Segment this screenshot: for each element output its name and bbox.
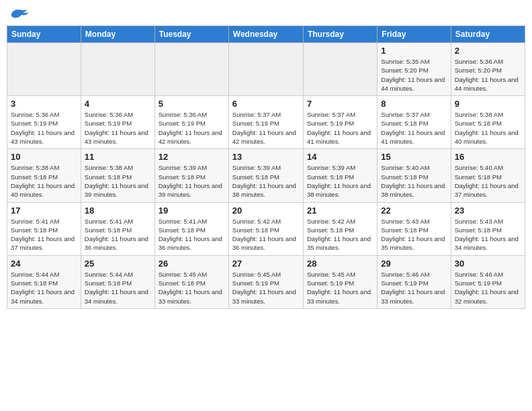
day-info: Sunrise: 5:42 AMSunset: 5:18 PMDaylight:… (307, 217, 373, 253)
day-number: 28 (307, 259, 373, 269)
day-info: Sunrise: 5:44 AMSunset: 5:18 PMDaylight:… (11, 270, 77, 306)
day-info: Sunrise: 5:46 AMSunset: 5:19 PMDaylight:… (381, 270, 447, 306)
day-info: Sunrise: 5:38 AMSunset: 5:18 PMDaylight:… (11, 163, 77, 199)
day-info: Sunrise: 5:39 AMSunset: 5:18 PMDaylight:… (307, 163, 373, 199)
day-number: 26 (159, 259, 225, 269)
day-info: Sunrise: 5:37 AMSunset: 5:18 PMDaylight:… (381, 110, 447, 146)
day-info: Sunrise: 5:36 AMSunset: 5:20 PMDaylight:… (455, 57, 521, 93)
day-info: Sunrise: 5:43 AMSunset: 5:18 PMDaylight:… (455, 217, 521, 253)
day-info: Sunrise: 5:41 AMSunset: 5:18 PMDaylight:… (11, 217, 77, 253)
calendar-cell: 29Sunrise: 5:46 AMSunset: 5:19 PMDayligh… (378, 255, 451, 308)
calendar-cell: 17Sunrise: 5:41 AMSunset: 5:18 PMDayligh… (7, 202, 81, 255)
calendar-week-row: 17Sunrise: 5:41 AMSunset: 5:18 PMDayligh… (7, 202, 525, 255)
calendar-cell (228, 43, 303, 96)
calendar-cell: 19Sunrise: 5:41 AMSunset: 5:18 PMDayligh… (154, 202, 228, 255)
calendar-cell: 12Sunrise: 5:39 AMSunset: 5:18 PMDayligh… (154, 149, 228, 202)
calendar-cell: 1Sunrise: 5:35 AMSunset: 5:20 PMDaylight… (378, 43, 451, 96)
logo (7, 7, 28, 20)
day-info: Sunrise: 5:42 AMSunset: 5:18 PMDaylight:… (232, 217, 300, 253)
calendar-cell (154, 43, 228, 96)
day-number: 3 (11, 99, 77, 109)
day-number: 27 (232, 259, 300, 269)
calendar-cell: 24Sunrise: 5:44 AMSunset: 5:18 PMDayligh… (7, 255, 81, 308)
day-info: Sunrise: 5:41 AMSunset: 5:18 PMDaylight:… (159, 217, 225, 253)
calendar-cell (81, 43, 154, 96)
calendar: SundayMondayTuesdayWednesdayThursdayFrid… (7, 26, 525, 309)
day-number: 7 (307, 99, 373, 109)
calendar-week-row: 3Sunrise: 5:36 AMSunset: 5:19 PMDaylight… (7, 96, 525, 149)
day-number: 12 (159, 152, 225, 162)
day-info: Sunrise: 5:38 AMSunset: 5:18 PMDaylight:… (85, 163, 151, 199)
calendar-cell: 30Sunrise: 5:46 AMSunset: 5:19 PMDayligh… (451, 255, 525, 308)
calendar-cell: 27Sunrise: 5:45 AMSunset: 5:19 PMDayligh… (228, 255, 303, 308)
calendar-cell: 6Sunrise: 5:37 AMSunset: 5:19 PMDaylight… (228, 96, 303, 149)
day-info: Sunrise: 5:37 AMSunset: 5:19 PMDaylight:… (307, 110, 373, 146)
day-info: Sunrise: 5:39 AMSunset: 5:18 PMDaylight:… (159, 163, 225, 199)
day-number: 23 (455, 205, 521, 216)
day-info: Sunrise: 5:36 AMSunset: 5:19 PMDaylight:… (159, 110, 225, 146)
calendar-cell: 8Sunrise: 5:37 AMSunset: 5:18 PMDaylight… (378, 96, 451, 149)
calendar-cell: 13Sunrise: 5:39 AMSunset: 5:18 PMDayligh… (228, 149, 303, 202)
day-info: Sunrise: 5:36 AMSunset: 5:19 PMDaylight:… (85, 110, 151, 146)
day-number: 1 (381, 46, 447, 56)
day-number: 6 (232, 99, 300, 109)
day-info: Sunrise: 5:46 AMSunset: 5:19 PMDaylight:… (455, 270, 521, 306)
calendar-cell: 14Sunrise: 5:39 AMSunset: 5:18 PMDayligh… (303, 149, 377, 202)
calendar-header-saturday: Saturday (451, 26, 525, 43)
calendar-week-row: 10Sunrise: 5:38 AMSunset: 5:18 PMDayligh… (7, 149, 525, 202)
day-info: Sunrise: 5:40 AMSunset: 5:18 PMDaylight:… (381, 163, 447, 199)
day-info: Sunrise: 5:37 AMSunset: 5:19 PMDaylight:… (232, 110, 300, 146)
calendar-cell: 15Sunrise: 5:40 AMSunset: 5:18 PMDayligh… (378, 149, 451, 202)
calendar-header-friday: Friday (378, 26, 451, 43)
calendar-header-tuesday: Tuesday (154, 26, 228, 43)
logo-bird-icon (8, 7, 28, 20)
calendar-week-row: 1Sunrise: 5:35 AMSunset: 5:20 PMDaylight… (7, 43, 525, 96)
day-number: 24 (11, 259, 77, 269)
header (7, 7, 525, 20)
day-info: Sunrise: 5:39 AMSunset: 5:18 PMDaylight:… (232, 163, 300, 199)
day-number: 20 (232, 205, 300, 216)
day-number: 29 (381, 259, 447, 269)
day-number: 22 (381, 205, 447, 216)
calendar-cell: 21Sunrise: 5:42 AMSunset: 5:18 PMDayligh… (303, 202, 377, 255)
calendar-cell: 18Sunrise: 5:41 AMSunset: 5:18 PMDayligh… (81, 202, 154, 255)
day-number: 2 (455, 46, 521, 56)
day-number: 19 (159, 205, 225, 216)
calendar-cell: 26Sunrise: 5:45 AMSunset: 5:18 PMDayligh… (154, 255, 228, 308)
calendar-cell: 3Sunrise: 5:36 AMSunset: 5:19 PMDaylight… (7, 96, 81, 149)
calendar-cell: 22Sunrise: 5:43 AMSunset: 5:18 PMDayligh… (378, 202, 451, 255)
calendar-cell: 11Sunrise: 5:38 AMSunset: 5:18 PMDayligh… (81, 149, 154, 202)
day-number: 30 (455, 259, 521, 269)
day-info: Sunrise: 5:45 AMSunset: 5:19 PMDaylight:… (232, 270, 300, 306)
day-number: 5 (159, 99, 225, 109)
day-number: 17 (11, 205, 77, 216)
calendar-cell: 7Sunrise: 5:37 AMSunset: 5:19 PMDaylight… (303, 96, 377, 149)
calendar-cell: 10Sunrise: 5:38 AMSunset: 5:18 PMDayligh… (7, 149, 81, 202)
day-info: Sunrise: 5:36 AMSunset: 5:19 PMDaylight:… (11, 110, 77, 146)
day-number: 15 (381, 152, 447, 162)
day-number: 21 (307, 205, 373, 216)
day-number: 25 (85, 259, 151, 269)
calendar-cell: 25Sunrise: 5:44 AMSunset: 5:18 PMDayligh… (81, 255, 154, 308)
calendar-cell: 23Sunrise: 5:43 AMSunset: 5:18 PMDayligh… (451, 202, 525, 255)
calendar-cell: 4Sunrise: 5:36 AMSunset: 5:19 PMDaylight… (81, 96, 154, 149)
day-info: Sunrise: 5:41 AMSunset: 5:18 PMDaylight:… (85, 217, 151, 253)
day-number: 10 (11, 152, 77, 162)
calendar-cell: 5Sunrise: 5:36 AMSunset: 5:19 PMDaylight… (154, 96, 228, 149)
day-number: 14 (307, 152, 373, 162)
calendar-cell: 2Sunrise: 5:36 AMSunset: 5:20 PMDaylight… (451, 43, 525, 96)
calendar-header-monday: Monday (81, 26, 154, 43)
day-info: Sunrise: 5:40 AMSunset: 5:18 PMDaylight:… (455, 163, 521, 199)
calendar-header-sunday: Sunday (7, 26, 81, 43)
calendar-header-row: SundayMondayTuesdayWednesdayThursdayFrid… (7, 26, 525, 43)
day-info: Sunrise: 5:43 AMSunset: 5:18 PMDaylight:… (381, 217, 447, 253)
day-number: 13 (232, 152, 300, 162)
day-info: Sunrise: 5:38 AMSunset: 5:18 PMDaylight:… (455, 110, 521, 146)
day-number: 11 (85, 152, 151, 162)
day-info: Sunrise: 5:45 AMSunset: 5:19 PMDaylight:… (307, 270, 373, 306)
day-info: Sunrise: 5:44 AMSunset: 5:18 PMDaylight:… (85, 270, 151, 306)
calendar-cell: 16Sunrise: 5:40 AMSunset: 5:18 PMDayligh… (451, 149, 525, 202)
day-info: Sunrise: 5:45 AMSunset: 5:18 PMDaylight:… (159, 270, 225, 306)
calendar-header-thursday: Thursday (303, 26, 377, 43)
day-number: 8 (381, 99, 447, 109)
